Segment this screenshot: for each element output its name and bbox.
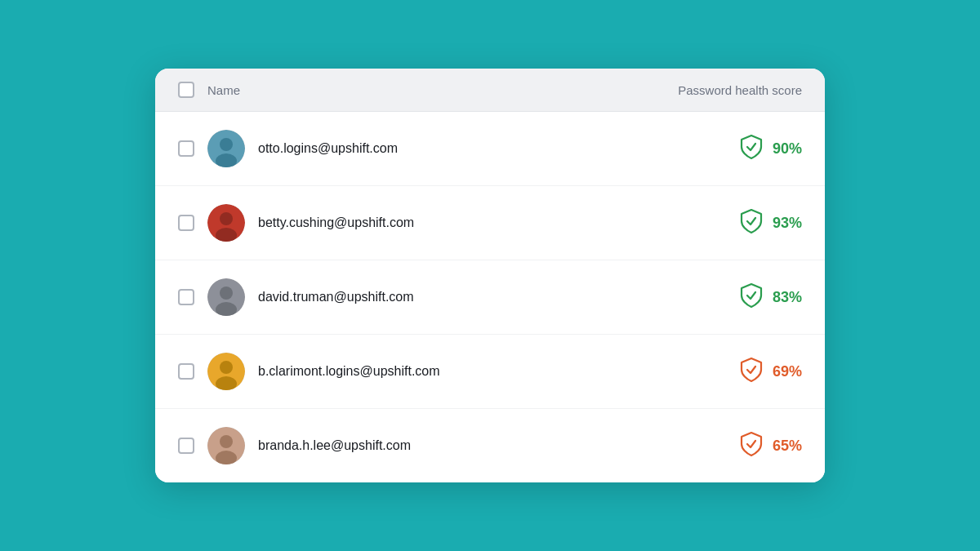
score-value-otto: 90% [773,140,802,158]
user-email-otto: otto.logins@upshift.com [258,141,398,156]
avatar-otto [207,130,245,167]
score-value-betty: 93% [773,215,802,232]
row-left: david.truman@upshift.com [178,278,414,316]
avatar-david [207,278,245,316]
col-name-label: Name [207,83,240,97]
row-left: branda.h.lee@upshift.com [178,427,411,464]
score-cell-david: 83% [712,282,802,312]
table-row: b.clarimont.logins@upshift.com 69% [155,335,825,409]
col-score-label: Password health score [678,83,802,97]
header-left: Name [178,82,240,98]
row-checkbox-otto[interactable] [178,140,194,157]
shield-icon-betty [738,208,764,238]
avatar-branda [207,427,245,464]
select-all-checkbox[interactable] [178,82,194,98]
avatar-betty [207,204,245,242]
score-cell-betty: 93% [712,208,802,238]
user-email-betty: betty.cushing@upshift.com [258,216,414,230]
row-checkbox-betty[interactable] [178,215,194,231]
user-email-david: david.truman@upshift.com [258,290,414,304]
row-left: otto.logins@upshift.com [178,130,398,167]
table-row: otto.logins@upshift.com 90% [155,112,825,186]
avatar-bclarimont [207,353,245,390]
user-email-branda: branda.h.lee@upshift.com [258,438,411,453]
score-cell-otto: 90% [712,134,802,163]
row-left: b.clarimont.logins@upshift.com [178,353,440,390]
row-checkbox-david[interactable] [178,289,194,305]
svg-point-13 [220,435,233,448]
svg-point-4 [220,212,233,225]
svg-point-1 [220,138,233,151]
table-row: david.truman@upshift.com 83% [155,260,825,335]
score-cell-branda: 65% [712,431,802,460]
svg-point-10 [220,361,233,374]
shield-icon-otto [738,134,764,163]
score-cell-bclarimont: 69% [712,357,802,386]
table-row: branda.h.lee@upshift.com 65% [155,409,825,482]
score-value-david: 83% [773,289,802,306]
score-value-bclarimont: 69% [773,363,802,380]
row-checkbox-bclarimont[interactable] [178,363,194,380]
row-checkbox-branda[interactable] [178,438,194,454]
svg-point-7 [220,287,233,300]
shield-icon-bclarimont [738,357,764,386]
password-health-card: Name Password health score otto.logins@u… [155,69,825,482]
user-email-bclarimont: b.clarimont.logins@upshift.com [258,364,440,379]
score-value-branda: 65% [773,438,802,455]
table-row: betty.cushing@upshift.com 93% [155,186,825,260]
row-left: betty.cushing@upshift.com [178,204,414,242]
shield-icon-david [738,282,764,312]
shield-icon-branda [738,431,764,460]
table-header: Name Password health score [155,69,825,112]
table-body: otto.logins@upshift.com 90% betty.cushin… [155,112,825,482]
